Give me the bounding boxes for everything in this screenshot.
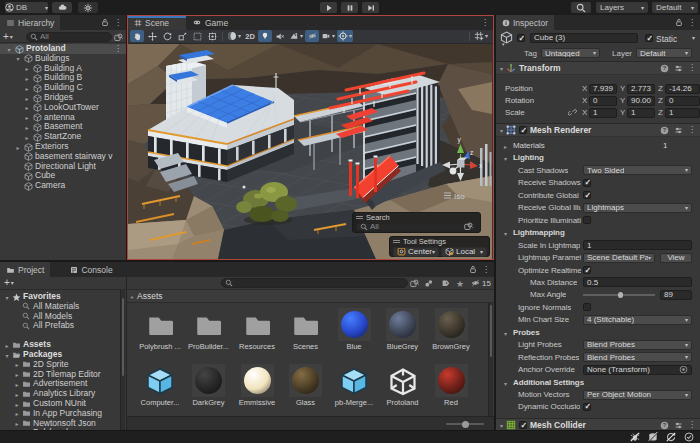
z-field[interactable]: 0 [665, 96, 700, 106]
asset-item-computer-[interactable]: Computer... [137, 364, 183, 407]
foldout-closed-icon[interactable]: ▸ [23, 124, 31, 131]
foldout-closed-icon[interactable]: ▸ [13, 401, 21, 408]
eye-crossed-button[interactable] [305, 30, 319, 42]
foldout-closed-icon[interactable]: ▸ [13, 420, 21, 427]
panel-menu-icon[interactable]: ⋮ [114, 19, 122, 27]
layers-dropdown[interactable]: Layers ▾ [596, 2, 648, 13]
z-field[interactable]: -14.26 [665, 84, 700, 94]
editor-search-button[interactable] [571, 2, 591, 13]
mesh-renderer-header[interactable]: ▾ Mesh Renderer ? ⋮ [496, 123, 700, 137]
project-tree-item-all-prefabs[interactable]: All Prefabs [0, 321, 120, 331]
2d-button[interactable]: 2D [243, 30, 257, 42]
render-sphere-button[interactable]: ▾ [226, 30, 242, 42]
object-name-field[interactable]: Cube (3) [530, 33, 638, 43]
hand-button[interactable] [130, 30, 144, 42]
transform-header[interactable]: ▾ Transform ? ⋮ [496, 61, 700, 75]
scene-picker-icon[interactable] [114, 33, 123, 42]
hierarchy-item-camera[interactable]: Camera [0, 181, 126, 191]
bulb-button[interactable] [258, 30, 272, 42]
motion-vectors-dropdown[interactable]: Per Object Motion▾ [583, 390, 692, 400]
overlay-handle-icon[interactable] [356, 215, 363, 221]
pause-button[interactable] [341, 2, 358, 13]
save-search-star-icon[interactable]: ★ [456, 279, 464, 289]
foldout-closed-icon[interactable]: ▸ [3, 342, 11, 349]
search-by-type-icon[interactable] [410, 279, 419, 288]
tab-project[interactable]: Project [0, 262, 50, 277]
scale-in-lightmap-field[interactable]: 1 [583, 240, 692, 250]
min-chart-size-dropdown[interactable]: 4 (Stitchable)▾ [583, 315, 692, 325]
foldout-closed-icon[interactable]: ▸ [13, 381, 21, 388]
preset-icon[interactable] [674, 421, 683, 430]
asset-item-emmissive[interactable]: Emmissive [234, 364, 280, 407]
optimize-realtime-checkbox[interactable] [583, 266, 591, 274]
fx-button[interactable]: ▾ [288, 30, 304, 42]
panel-menu-icon[interactable]: ⋮ [688, 19, 696, 27]
hierarchy-item-directional-light[interactable]: Directional Light [0, 162, 126, 172]
thumbnail-size-slider[interactable] [446, 423, 484, 425]
receive-shadows-checkbox[interactable] [583, 179, 591, 187]
asset-item-protoland[interactable]: Protoland [380, 364, 426, 407]
panel-menu-icon[interactable]: ⋮ [481, 19, 489, 27]
help-icon[interactable]: ? [660, 64, 669, 73]
foldout-closed-icon[interactable]: ▸ [23, 85, 31, 92]
project-tree-scrollbar[interactable] [120, 290, 125, 430]
y-field[interactable]: 1 [627, 108, 655, 118]
foldout-closed-icon[interactable]: ▸ [13, 410, 21, 417]
preset-icon[interactable] [674, 126, 683, 135]
foldout-open-icon[interactable]: ▾ [3, 352, 11, 359]
mesh-collider-header[interactable]: ▾ Mesh Collider ? ⋮ [496, 418, 700, 430]
cast-shadows-dropdown[interactable]: Two Sided▾ [583, 165, 692, 175]
foldout-closed-icon[interactable]: ▸ [14, 144, 22, 151]
scene-viewport[interactable]: yzxIso Search All Tool Settings [128, 44, 492, 259]
y-field[interactable]: 2.773 [627, 84, 655, 94]
check-circle-icon[interactable] [684, 432, 694, 442]
asset-item-red[interactable]: Red [428, 364, 474, 407]
foldout-open-icon[interactable]: ▾ [504, 230, 507, 237]
component-enabled-checkbox[interactable] [519, 126, 527, 134]
tab-inspector[interactable]: Inspector [496, 15, 554, 30]
help-icon[interactable]: ? [660, 421, 669, 430]
tab-scene[interactable]: Scene [128, 16, 186, 30]
rect-tool-button[interactable] [190, 30, 204, 42]
component-enabled-checkbox[interactable] [519, 421, 527, 429]
panel-menu-icon[interactable]: ⋮ [482, 266, 490, 274]
layout-dropdown[interactable]: Default ▾ [652, 2, 698, 13]
chevron-right-icon[interactable]: ▸ [131, 293, 134, 300]
foldout-closed-icon[interactable]: ▸ [23, 95, 31, 102]
component-menu-icon[interactable]: ⋮ [688, 126, 696, 134]
foldout-closed-icon[interactable]: ▸ [23, 104, 31, 111]
account-button[interactable]: DB ▾ [5, 2, 48, 13]
tab-hierarchy[interactable]: Hierarchy [0, 15, 60, 30]
static-flags-dropdown[interactable]: ▾ [692, 35, 695, 41]
prioritize-illuminati-checkbox[interactable] [583, 216, 591, 224]
max-angle-value-field[interactable]: 89 [660, 290, 692, 300]
asset-item-bluegrey[interactable]: BlueGrey [380, 308, 426, 351]
foldout-open-icon[interactable]: ▾ [500, 127, 503, 134]
anchor-override-object-field[interactable]: None (Transform) [583, 365, 692, 375]
move-button[interactable] [145, 30, 159, 42]
link-scale-icon[interactable] [568, 108, 577, 117]
tab-game[interactable]: Game [186, 16, 234, 30]
hidden-packages-toggle[interactable]: 15 [470, 279, 491, 288]
z-field[interactable]: 1 [665, 108, 700, 118]
preset-icon[interactable] [674, 64, 683, 73]
active-checkbox[interactable] [517, 34, 525, 42]
help-icon[interactable]: ? [660, 126, 669, 135]
foldout-open-icon[interactable]: ▾ [504, 155, 507, 162]
cache-crossed-icon[interactable] [648, 432, 658, 442]
orientation-dropdown[interactable]: Local ▾ [441, 247, 487, 257]
tag-dropdown[interactable]: Untagged▾ [541, 48, 600, 58]
foldout-open-icon[interactable]: ▾ [3, 294, 11, 301]
foldout-closed-icon[interactable]: ▸ [23, 134, 31, 141]
foldout-closed-icon[interactable]: ▸ [23, 114, 31, 121]
grid-snap-button[interactable]: ▾ [473, 30, 489, 42]
multi-tool-button[interactable] [205, 30, 219, 42]
asset-item-browngrey[interactable]: BrownGrey [428, 308, 474, 351]
x-field[interactable]: 1 [589, 108, 617, 118]
lock-icon[interactable] [101, 18, 109, 27]
asset-item-blue[interactable]: Blue [331, 308, 377, 351]
layer-dropdown[interactable]: Default▾ [636, 48, 692, 58]
static-checkbox[interactable] [645, 34, 653, 42]
component-menu-icon[interactable]: ⋮ [688, 64, 696, 72]
light-probes-dropdown[interactable]: Blend Probes▾ [583, 340, 692, 350]
